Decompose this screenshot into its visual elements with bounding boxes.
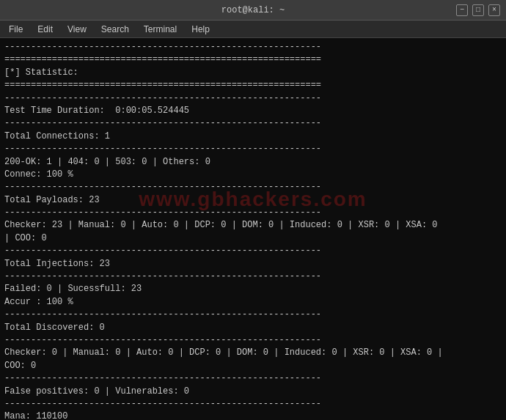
window-title: root@kali: ~ (50, 5, 456, 15)
menu-help[interactable]: Help (186, 23, 216, 36)
minimize-button[interactable]: − (456, 4, 468, 16)
menu-terminal[interactable]: Terminal (138, 23, 183, 36)
menubar: File Edit View Search Terminal Help (0, 21, 506, 38)
menu-view[interactable]: View (62, 23, 92, 36)
maximize-button[interactable]: □ (472, 4, 484, 16)
terminal-output[interactable]: www.gbhackers.com ----------------------… (0, 38, 506, 420)
menu-file[interactable]: File (3, 23, 29, 36)
menu-search[interactable]: Search (95, 23, 135, 36)
menu-edit[interactable]: Edit (32, 23, 59, 36)
terminal-content: ----------------------------------------… (4, 41, 502, 420)
titlebar: root@kali: ~ − □ × (0, 0, 506, 21)
window-controls: − □ × (456, 4, 500, 16)
close-button[interactable]: × (488, 4, 500, 16)
